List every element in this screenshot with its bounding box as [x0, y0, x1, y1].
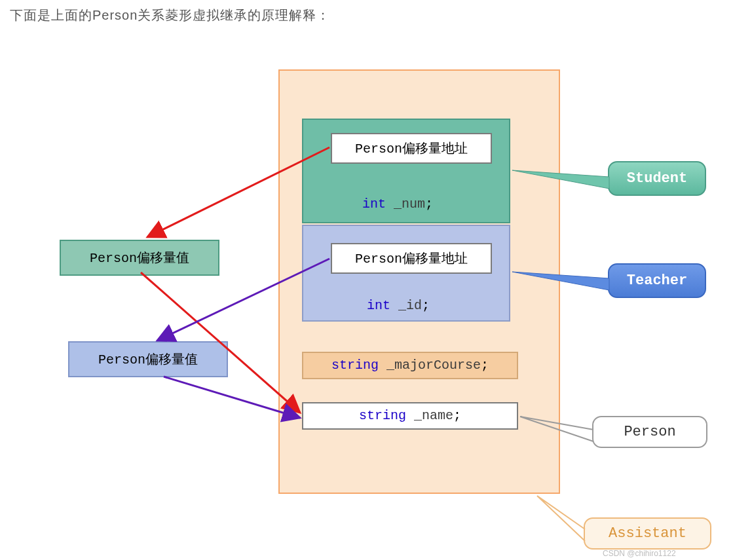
type-keyword: string: [331, 358, 379, 373]
callout-student: Student: [608, 161, 706, 196]
teacher-offset-addr: Person偏移量地址: [331, 243, 492, 274]
semicolon: ;: [481, 358, 489, 373]
student-offset-addr: Person偏移量地址: [331, 133, 492, 164]
name-field: string _name;: [302, 402, 518, 430]
teacher-field-id: int _id;: [367, 298, 430, 313]
watermark: CSDN @chihiro1122: [603, 549, 676, 558]
field-name: _name: [406, 408, 453, 423]
student-field-num: int _num;: [362, 196, 433, 212]
page-title: 下面是上面的Person关系菱形虚拟继承的原理解释：: [10, 7, 330, 24]
field-name: _majorCourse: [379, 358, 481, 373]
type-keyword: int: [367, 298, 390, 313]
semicolon: ;: [422, 298, 430, 313]
semicolon: ;: [425, 196, 433, 212]
callout-person: Person: [592, 416, 707, 448]
field-name: _id: [390, 298, 422, 313]
major-course-field: string _majorCourse;: [302, 352, 518, 379]
type-keyword: string: [359, 408, 406, 423]
callout-assistant: Assistant: [584, 517, 711, 550]
student-offset-value: Person偏移量值: [60, 240, 219, 276]
callout-teacher: Teacher: [608, 263, 706, 298]
field-name: _num: [386, 196, 425, 212]
semicolon: ;: [453, 408, 461, 423]
teacher-offset-value: Person偏移量值: [68, 341, 228, 377]
type-keyword: int: [362, 196, 386, 212]
